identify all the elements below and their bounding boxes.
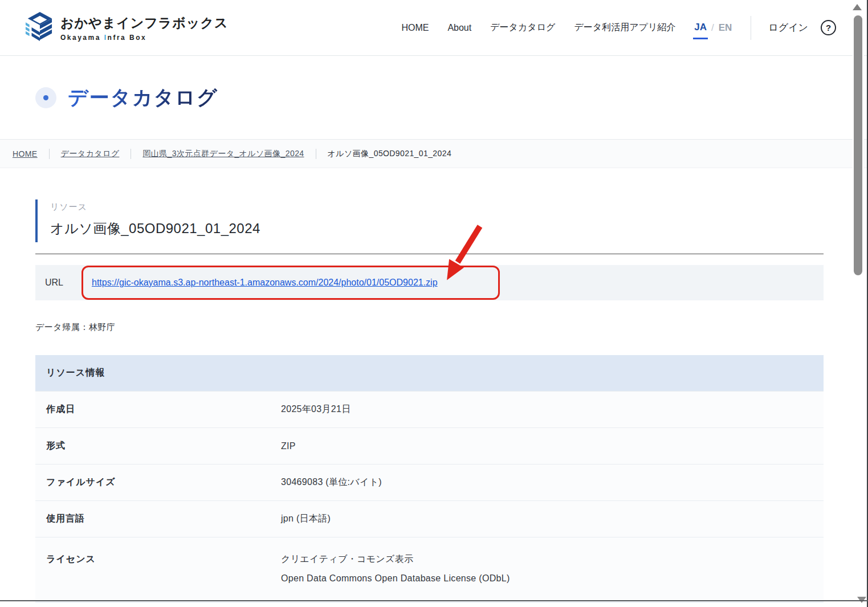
- table-header: リソース情報: [35, 355, 824, 391]
- scrollbar-thumb[interactable]: [854, 15, 862, 275]
- nav-app-intro[interactable]: データ利活用アプリ紹介: [574, 22, 675, 34]
- row-label-created: 作成日: [35, 404, 281, 415]
- row-label-format: 形式: [35, 440, 281, 452]
- row-value-format: ZIP: [281, 441, 296, 451]
- table-row: ライセンス クリエイティブ・コモンズ表示 Open Data Commons O…: [35, 537, 824, 602]
- breadcrumb-separator: [316, 149, 316, 159]
- divider: [35, 254, 824, 254]
- resource-label: リソース: [50, 202, 824, 213]
- scrollbar-up-arrow[interactable]: [853, 4, 862, 10]
- table-row: 使用言語 jpn (日本語): [35, 500, 824, 537]
- page: おかやまインフラボックス Okayama Infra Box HOME Abou…: [0, 0, 868, 607]
- page-title-band: データカタログ: [0, 56, 868, 139]
- main-nav: HOME About データカタログ データ利活用アプリ紹介: [401, 22, 675, 34]
- lang-separator: /: [711, 22, 714, 34]
- breadcrumb-separator: [49, 149, 50, 159]
- help-icon[interactable]: ?: [821, 20, 836, 35]
- table-row: 作成日 2025年03月21日: [35, 391, 824, 427]
- table-row: 形式 ZIP: [35, 427, 824, 464]
- row-value-language: jpn (日本語): [281, 513, 331, 525]
- breadcrumb: HOME データカタログ 岡山県_3次元点群データ_オルソ画像_2024 オルソ…: [0, 139, 868, 168]
- header-divider: [751, 16, 751, 40]
- site-logo[interactable]: おかやまインフラボックス Okayama Infra Box: [25, 11, 228, 45]
- license-line-2: Open Data Commons Open Database License …: [281, 573, 510, 584]
- breadcrumb-separator: [131, 149, 131, 159]
- license-line-1: クリエイティブ・コモンズ表示: [281, 553, 510, 565]
- row-label-license: ライセンス: [35, 553, 281, 565]
- breadcrumb-home[interactable]: HOME: [13, 149, 38, 158]
- breadcrumb-dataset[interactable]: 岡山県_3次元点群データ_オルソ画像_2024: [142, 149, 304, 159]
- logo-subtitle: Okayama Infra Box: [60, 34, 228, 42]
- language-switcher: JA / EN: [694, 22, 732, 34]
- nav-home[interactable]: HOME: [401, 23, 429, 33]
- main-content: リソース オルソ画像_05OD9021_01_2024 URL https://…: [0, 199, 868, 602]
- row-value-filesize: 30469083 (単位:バイト): [281, 476, 382, 488]
- window-bottom-edge: [0, 600, 868, 601]
- breadcrumb-current: オルソ画像_05OD9021_01_2024: [328, 149, 452, 159]
- url-label: URL: [35, 278, 92, 288]
- nav-about[interactable]: About: [447, 23, 471, 33]
- lang-en[interactable]: EN: [719, 22, 732, 34]
- logo-text: おかやまインフラボックス Okayama Infra Box: [60, 14, 228, 42]
- data-attribution: データ帰属：林野庁: [35, 322, 824, 333]
- resource-info-table: リソース情報 作成日 2025年03月21日 形式 ZIP ファイルサイズ 30…: [35, 355, 824, 602]
- logo-cube-icon: [25, 11, 53, 45]
- nav-data-catalog[interactable]: データカタログ: [490, 22, 555, 34]
- row-value-license: クリエイティブ・コモンズ表示 Open Data Commons Open Da…: [281, 553, 510, 584]
- url-row: URL https://gic-okayama.s3.ap-northeast-…: [35, 265, 824, 300]
- resource-header: リソース オルソ画像_05OD9021_01_2024: [35, 199, 824, 242]
- resource-title: オルソ画像_05OD9021_01_2024: [50, 219, 824, 238]
- title-dot-icon: [35, 87, 56, 108]
- login-button[interactable]: ログイン: [768, 21, 808, 34]
- table-row: ファイルサイズ 30469083 (単位:バイト): [35, 464, 824, 500]
- row-value-created: 2025年03月21日: [281, 404, 351, 415]
- page-title: データカタログ: [68, 84, 218, 111]
- logo-title: おかやまインフラボックス: [60, 14, 228, 32]
- lang-ja[interactable]: JA: [694, 22, 707, 34]
- resource-url-link[interactable]: https://gic-okayama.s3.ap-northeast-1.am…: [92, 278, 438, 288]
- row-label-filesize: ファイルサイズ: [35, 476, 281, 488]
- row-label-language: 使用言語: [35, 513, 281, 525]
- site-header: おかやまインフラボックス Okayama Infra Box HOME Abou…: [0, 0, 868, 56]
- breadcrumb-data-catalog[interactable]: データカタログ: [61, 149, 120, 159]
